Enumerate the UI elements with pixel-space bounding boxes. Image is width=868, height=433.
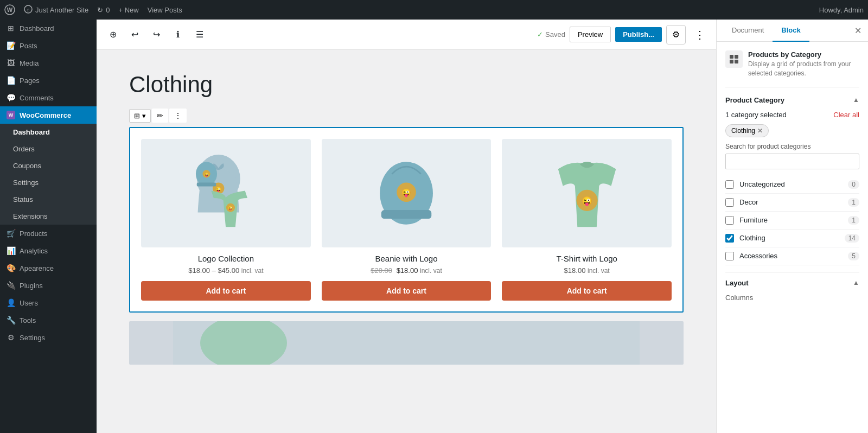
tab-block-label: Block: [781, 26, 800, 34]
layout-header[interactable]: Layout ▲: [725, 279, 859, 287]
sidebar-item-label: Settings: [20, 334, 45, 342]
add-to-cart-button[interactable]: Add to cart: [141, 281, 311, 301]
svg-rect-21: [730, 55, 733, 59]
products-container: 😜 😜 😜: [129, 127, 684, 313]
list-view-button[interactable]: ☰: [190, 25, 209, 44]
site-name-link[interactable]: ⌂ Just Another Site: [24, 5, 88, 15]
price-note: incl. vat: [588, 267, 610, 275]
layout-title: Layout: [725, 279, 749, 287]
pages-icon: 📄: [7, 76, 15, 85]
page-title[interactable]: Clothing: [129, 72, 684, 98]
svg-rect-10: [197, 182, 216, 186]
folder-dropdown-icon: ▾: [142, 112, 146, 120]
sidebar-item-label: Tools: [20, 316, 36, 324]
sidebar-item-plugins[interactable]: 🔌 Plugins: [0, 277, 97, 294]
settings-button[interactable]: ⚙: [666, 25, 686, 44]
tab-block[interactable]: Block: [773, 20, 809, 42]
panel-tabs: Document Block ✕: [717, 20, 868, 42]
sidebar-item-label: Products: [20, 230, 47, 238]
info-icon: ℹ: [176, 29, 180, 40]
howdy-label: Howdy, Admin: [819, 6, 864, 14]
product-name: Logo Collection: [141, 254, 311, 263]
edit-icon: ✏: [157, 111, 163, 120]
undo-button[interactable]: ↩: [125, 25, 144, 44]
preview-button[interactable]: Preview: [570, 27, 611, 42]
sidebar-item-appearance[interactable]: 🎨 Apearence: [0, 259, 97, 277]
category-label: Decor: [739, 198, 843, 206]
search-categories-input[interactable]: [725, 154, 859, 169]
sidebar-item-pages[interactable]: 📄 Pages: [0, 72, 97, 89]
products-grid: 😜 😜 😜: [141, 139, 672, 301]
product-image: 😜: [502, 139, 672, 247]
toolbar-right: ✓ Saved Preview Publish... ⚙ ⋮: [537, 25, 710, 44]
panel-close-button[interactable]: ✕: [854, 20, 861, 41]
analytics-icon: 📊: [7, 246, 15, 255]
sidebar-item-posts[interactable]: 📝 Posts: [0, 37, 97, 54]
category-item: Accessories 5: [725, 247, 859, 265]
svg-text:😜: 😜: [228, 206, 233, 211]
more-options-button[interactable]: ⋮: [690, 25, 710, 44]
sidebar-item-coupons[interactable]: Coupons: [0, 157, 97, 174]
product-category-header[interactable]: Product Category ▲: [725, 96, 859, 104]
info-button[interactable]: ℹ: [168, 25, 188, 44]
tag-remove-button[interactable]: ✕: [757, 127, 763, 135]
sidebar-item-orders[interactable]: Orders: [0, 141, 97, 157]
clothing-checkbox[interactable]: [725, 234, 734, 243]
block-folder-button[interactable]: ⊞ ▾: [129, 109, 151, 123]
checkmark-icon: ✓: [537, 30, 543, 39]
orders-label: Orders: [13, 145, 35, 153]
uncategorized-checkbox[interactable]: [725, 180, 734, 189]
wp-logo-link[interactable]: W: [4, 4, 15, 15]
sidebar-item-tools[interactable]: 🔧 Tools: [0, 311, 97, 329]
publish-button[interactable]: Publish...: [615, 27, 662, 42]
updates-link[interactable]: ↻ 0: [97, 6, 110, 14]
sidebar-item-extensions[interactable]: Extensions: [0, 208, 97, 225]
sidebar-item-comments[interactable]: 💬 Comments: [0, 89, 97, 106]
svg-point-20: [200, 321, 287, 365]
svg-text:😜: 😜: [401, 188, 411, 198]
svg-rect-24: [735, 60, 738, 63]
sidebar-item-analytics[interactable]: 📊 Analytics: [0, 242, 97, 259]
editor-content: Clothing ⊞ ▾ ✏ ⋮: [97, 50, 716, 433]
sidebar-item-label: Posts: [20, 42, 37, 50]
woocommerce-label: WooCommerce: [20, 111, 71, 119]
sidebar-item-woocommerce[interactable]: W WooCommerce: [0, 106, 97, 124]
svg-rect-22: [735, 55, 738, 59]
category-label: Accessories: [739, 252, 843, 260]
new-link[interactable]: + New: [119, 6, 139, 14]
sidebar-item-label: Apearence: [20, 264, 54, 272]
block-edit-button[interactable]: ✏: [152, 109, 168, 123]
category-count: 1: [848, 198, 859, 207]
add-block-button[interactable]: ⊕: [103, 25, 123, 44]
products-icon: 🛒: [7, 229, 15, 238]
furniture-checkbox[interactable]: [725, 216, 734, 225]
sidebar-item-woo-settings[interactable]: Settings: [0, 174, 97, 191]
tab-document[interactable]: Document: [723, 20, 773, 42]
add-to-cart-button[interactable]: Add to cart: [322, 281, 492, 301]
sidebar-item-woo-dashboard[interactable]: Dashboard: [0, 124, 97, 141]
block-more-button[interactable]: ⋮: [169, 109, 187, 123]
saved-text: Saved: [545, 30, 565, 39]
sidebar-item-status[interactable]: Status: [0, 191, 97, 208]
sidebar-item-products[interactable]: 🛒 Products: [0, 225, 97, 242]
original-price: $20.00: [371, 266, 392, 275]
sidebar-item-settings[interactable]: ⚙ Settings: [0, 329, 97, 346]
redo-button[interactable]: ↪: [146, 25, 166, 44]
decor-checkbox[interactable]: [725, 198, 734, 207]
appearance-icon: 🎨: [7, 264, 15, 272]
sidebar-item-media[interactable]: 🖼 Media: [0, 54, 97, 72]
gear-icon: ⚙: [672, 29, 680, 40]
media-icon: 🖼: [7, 59, 15, 67]
clear-all-button[interactable]: Clear all: [833, 111, 859, 119]
close-icon: ✕: [854, 26, 861, 36]
accessories-checkbox[interactable]: [725, 252, 734, 260]
product-image: 😜 😜 😜: [141, 139, 311, 247]
sidebar-item-dashboard[interactable]: ⊞ Dashboard: [0, 20, 97, 37]
sidebar-item-users[interactable]: 👤 Users: [0, 294, 97, 311]
price: $18.00: [564, 266, 586, 275]
dots-icon: ⋮: [174, 111, 182, 120]
add-to-cart-button[interactable]: Add to cart: [502, 281, 672, 301]
price-note: incl. vat: [241, 267, 264, 275]
view-posts-link[interactable]: View Posts: [148, 6, 182, 14]
woocommerce-submenu: Dashboard Orders Coupons Settings Status…: [0, 124, 97, 225]
